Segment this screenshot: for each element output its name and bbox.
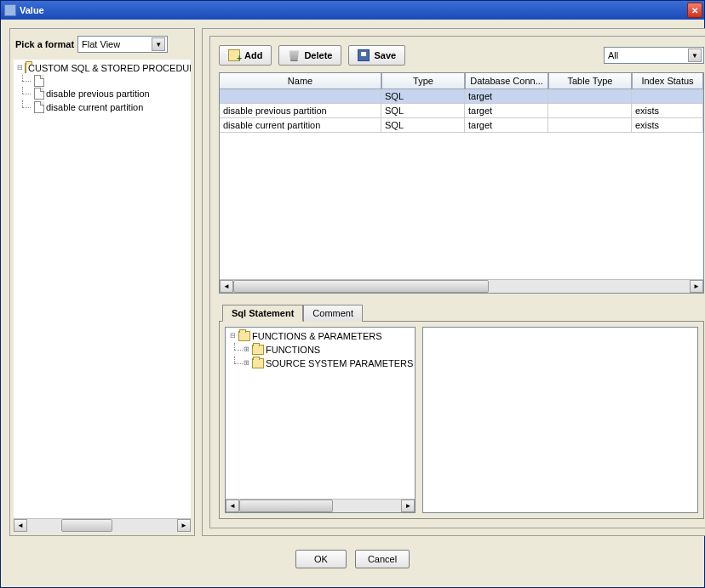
window-icon [4, 4, 16, 16]
tab-comment[interactable]: Comment [303, 305, 363, 322]
format-label: Pick a format [15, 39, 74, 49]
content-area: Pick a format Flat View ▼ ⊟ CUSTOM SQL &… [1, 20, 704, 587]
window-title: Value [20, 5, 687, 15]
tree-item[interactable]: disable current partition [15, 100, 189, 114]
chevron-down-icon: ▼ [152, 37, 165, 51]
delete-button-label: Delete [304, 50, 332, 60]
tree-item[interactable]: disable previous partition [15, 87, 189, 100]
tree-item-label: disable current partition [46, 100, 143, 114]
table-cell[interactable]: target [465, 89, 548, 104]
tree-item-label: disable previous partition [46, 87, 150, 100]
col-header[interactable]: Table Type [548, 73, 632, 89]
table-cell[interactable]: target [465, 118, 548, 133]
detail-tabs: Sql Statement Comment ⊟ [219, 304, 704, 519]
tree-item[interactable]: ⊞ FUNCTIONS [227, 343, 413, 357]
file-icon [34, 88, 44, 100]
folder-icon [252, 345, 264, 355]
close-button[interactable]: ✕ [687, 3, 702, 18]
folder-icon [238, 331, 250, 341]
file-icon [34, 101, 44, 113]
scroll-right-button[interactable]: ► [690, 280, 703, 293]
table-hscrollbar[interactable]: ◄ ► [220, 279, 703, 293]
scroll-thumb[interactable] [239, 500, 333, 512]
tree-hscrollbar[interactable]: ◄ ► [14, 518, 191, 532]
value-dialog: Value ✕ Pick a format Flat View ▼ ⊟ [0, 0, 705, 588]
tab-label: Sql Statement [232, 308, 294, 318]
file-icon [34, 75, 44, 87]
tree-root[interactable]: ⊟ CUSTOM SQL & STORED PROCEDURES [15, 61, 189, 75]
table-cell[interactable]: disable current partition [220, 118, 381, 133]
tab-sql-statement[interactable]: Sql Statement [222, 305, 303, 322]
expand-handle-icon[interactable]: ⊞ [243, 346, 250, 354]
scroll-left-button[interactable]: ◄ [14, 519, 27, 532]
tree-root-label: FUNCTIONS & PARAMETERS [252, 329, 382, 343]
add-icon [228, 49, 240, 61]
col-header[interactable]: Index Status [632, 73, 703, 89]
format-panel: Pick a format Flat View ▼ ⊟ CUSTOM SQL &… [9, 28, 195, 536]
table-cell[interactable]: SQL [381, 104, 465, 118]
collapse-handle-icon[interactable]: ⊟ [229, 333, 237, 340]
folder-icon [252, 358, 264, 368]
delete-button[interactable]: Delete [278, 45, 341, 66]
dialog-buttons: OK Cancel [9, 541, 696, 579]
table-cell[interactable]: SQL [381, 89, 465, 104]
ok-button-label: OK [314, 554, 328, 564]
table-cell[interactable]: exists [632, 104, 703, 118]
table-row[interactable]: disable previous partitionSQLtargetexist… [220, 104, 703, 118]
table-cell[interactable]: target [465, 104, 548, 118]
tree-root[interactable]: ⊟ FUNCTIONS & PARAMETERS [227, 329, 413, 343]
format-combo[interactable]: Flat View ▼ [77, 36, 168, 53]
sql-editor-pane[interactable] [422, 327, 698, 513]
scroll-left-button[interactable]: ◄ [226, 500, 239, 512]
scroll-right-button[interactable]: ► [401, 500, 415, 512]
tree-item-label: SOURCE SYSTEM PARAMETERS [266, 357, 413, 370]
cancel-button-label: Cancel [368, 554, 397, 564]
add-button[interactable]: Add [219, 45, 272, 66]
scroll-thumb[interactable] [233, 280, 489, 293]
table-cell[interactable] [548, 118, 632, 133]
tree-item-label: FUNCTIONS [266, 343, 320, 357]
tree-item[interactable] [15, 75, 189, 87]
table-cell[interactable] [548, 104, 632, 118]
scroll-left-button[interactable]: ◄ [220, 280, 233, 293]
table-cell[interactable]: exists [632, 118, 703, 133]
add-button-label: Add [244, 50, 262, 60]
table-cell[interactable]: SQL [381, 118, 465, 133]
format-combo-value: Flat View [82, 39, 120, 49]
tree-item[interactable]: ⊞ SOURCE SYSTEM PARAMETERS [227, 357, 413, 370]
filter-combo-value: All [608, 50, 618, 60]
table-cell[interactable] [548, 89, 632, 104]
table-row[interactable]: SQLtarget [220, 89, 703, 104]
chevron-down-icon: ▼ [688, 49, 702, 62]
tree-root-label: CUSTOM SQL & STORED PROCEDURES [28, 61, 191, 75]
col-header[interactable]: Name [220, 73, 381, 89]
toolbar: Add Delete Save All ▼ [219, 45, 704, 66]
ok-button[interactable]: OK [295, 550, 347, 568]
save-icon [358, 49, 370, 61]
titlebar[interactable]: Value ✕ [1, 1, 704, 20]
col-header[interactable]: Type [381, 73, 465, 89]
table-cell[interactable] [632, 89, 703, 104]
format-tree[interactable]: ⊟ CUSTOM SQL & STORED PROCEDURES disable… [14, 60, 191, 532]
filter-combo[interactable]: All ▼ [604, 47, 704, 64]
trash-icon [288, 49, 300, 61]
functions-tree-pane[interactable]: ⊟ FUNCTIONS & PARAMETERS ⊞ FUNCTIONS [225, 327, 416, 513]
expand-handle-icon[interactable]: ⊞ [243, 360, 250, 368]
table-row[interactable]: disable current partitionSQLtargetexists [220, 118, 703, 133]
save-button[interactable]: Save [348, 45, 405, 66]
main-panel: Add Delete Save All ▼ [202, 28, 705, 536]
cancel-button[interactable]: Cancel [355, 550, 410, 568]
tab-label: Comment [312, 308, 353, 318]
collapse-handle-icon[interactable]: ⊟ [17, 65, 23, 72]
save-button-label: Save [374, 50, 396, 60]
table-cell[interactable] [220, 89, 381, 104]
functions-hscrollbar[interactable]: ◄ ► [226, 499, 415, 512]
sql-table[interactable]: Name Type Database Conn... Table Type In… [219, 72, 704, 294]
scroll-right-button[interactable]: ► [177, 519, 191, 532]
table-cell[interactable]: disable previous partition [220, 104, 381, 118]
table-header-row: Name Type Database Conn... Table Type In… [220, 73, 703, 89]
col-header[interactable]: Database Conn... [465, 73, 548, 89]
scroll-thumb[interactable] [61, 519, 112, 532]
folder-icon [25, 63, 26, 73]
